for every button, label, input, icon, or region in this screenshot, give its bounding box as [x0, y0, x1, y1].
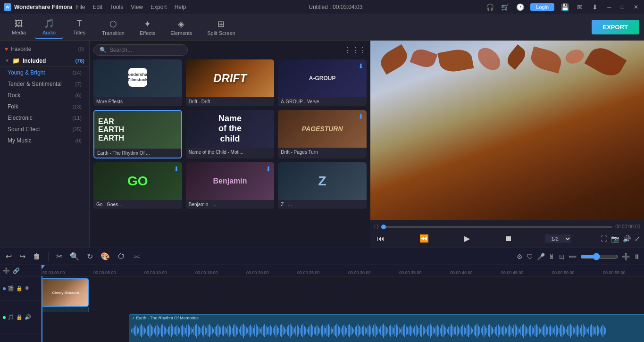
mic-icon[interactable]: 🎤: [537, 253, 545, 260]
prev-frame-button[interactable]: ⏪: [417, 233, 432, 244]
audio-lock-icon[interactable]: 🔒: [16, 314, 23, 320]
wave-bar: [574, 328, 575, 333]
menu-file[interactable]: File: [76, 4, 85, 10]
color-button[interactable]: 🎨: [99, 251, 112, 262]
zoom-slider[interactable]: [580, 253, 618, 260]
tab-elements[interactable]: ◈ Elements: [164, 16, 199, 39]
wave-bar: [485, 326, 486, 335]
headphone-icon[interactable]: 🎧: [485, 2, 494, 12]
search-input[interactable]: [109, 47, 182, 53]
split-button[interactable]: ⫘: [131, 251, 142, 262]
download-icon[interactable]: ⬇: [590, 2, 600, 12]
sidebar-item-sound-effect[interactable]: Sound Effect (25): [0, 124, 89, 135]
wave-bar: [567, 326, 568, 335]
grid-toggle-icon[interactable]: ⋮⋮⋮: [344, 46, 367, 55]
audio-card-more-effects[interactable]: WondershareFilmstock More Effects: [93, 59, 182, 106]
audio-track-icon: 🎵: [8, 314, 14, 320]
audio-mute-icon[interactable]: 🔊: [25, 314, 31, 320]
audio-adjust-icon[interactable]: 🎚: [549, 253, 555, 260]
audio-card-go[interactable]: ⬇ GO Go - Goes...: [93, 162, 182, 209]
tab-split-screen[interactable]: ⊞ Split Screen: [201, 16, 242, 39]
agroup-download-icon[interactable]: ⬇: [358, 62, 364, 70]
maximize-button[interactable]: □: [619, 4, 626, 10]
cut-button[interactable]: ✂: [54, 251, 64, 262]
pause-end-icon[interactable]: ⏸: [634, 253, 640, 260]
step-back-button[interactable]: ⏮: [374, 234, 387, 244]
wave-bar: [165, 327, 166, 334]
video-clip[interactable]: Cherry Blossom: [42, 278, 89, 307]
audio-clip[interactable]: ♪ Earth - The Rhythm Of Memories // Gene…: [129, 314, 644, 342]
sidebar-item-young-bright[interactable]: Young & Bright (14): [0, 67, 89, 78]
audio-note-icon: ♪: [132, 316, 134, 320]
ben-download-icon[interactable]: ⬇: [266, 165, 271, 173]
preview-time-end: 00:00:00:00: [615, 224, 640, 229]
close-button[interactable]: ✕: [632, 4, 640, 10]
audio-card-drift[interactable]: DRIFT Drift - Drift: [186, 59, 275, 106]
wave-bar: [295, 326, 296, 335]
save-icon[interactable]: 💾: [560, 2, 569, 12]
sidebar-item-rock[interactable]: Rock (6): [0, 90, 89, 101]
menu-help[interactable]: Help: [175, 4, 186, 10]
tab-audio[interactable]: 🎵 Audio: [35, 16, 63, 39]
sidebar-item-tender[interactable]: Tender & Sentimental (7): [0, 78, 89, 90]
minimize-button[interactable]: ─: [605, 4, 613, 10]
search-box[interactable]: 🔍: [93, 44, 188, 56]
audio-card-name-child[interactable]: Nameof thechild Name of the Child - Moti…: [186, 110, 275, 158]
volume-icon[interactable]: 🔊: [623, 235, 631, 242]
delete-button[interactable]: 🗑: [31, 251, 42, 262]
full-screen-icon[interactable]: ⛶: [601, 235, 607, 242]
video-lock-icon[interactable]: 🔒: [16, 285, 23, 292]
minus-icon[interactable]: ➖: [569, 253, 577, 260]
tab-effects[interactable]: ✦ Effects: [133, 16, 162, 39]
tab-transition[interactable]: ⬡ Transition: [95, 16, 131, 39]
audio-card-pages[interactable]: ⬇ PAGESTURN Drift - Pages Turn: [278, 110, 367, 158]
preview-progress-bar[interactable]: [381, 226, 612, 228]
sidebar-item-electronic[interactable]: Electronic (11): [0, 112, 89, 124]
shield-icon[interactable]: 🛡: [527, 253, 533, 260]
preview-right-icons: ⛶ 📷 🔊 ⤢: [601, 235, 640, 242]
menu-tools[interactable]: Tools: [110, 4, 123, 10]
rotate-button[interactable]: ↻: [85, 251, 95, 262]
speed-button[interactable]: ⏱: [116, 251, 127, 262]
page-selector[interactable]: 1/2 2/2: [545, 234, 571, 243]
caption-icon[interactable]: ⊡: [559, 253, 565, 260]
export-button[interactable]: EXPORT: [592, 20, 639, 34]
menu-export[interactable]: Export: [151, 4, 167, 10]
tab-titles[interactable]: T Titles: [65, 16, 93, 39]
snapshot-icon[interactable]: 📷: [611, 235, 619, 242]
audio-card-earth[interactable]: EAREARTHEARTH Earth - The Rhythm Of ...: [93, 110, 182, 158]
login-button[interactable]: Login: [530, 3, 554, 11]
sidebar-item-favorite[interactable]: ♥ Favorite (0): [0, 43, 89, 55]
sidebar-item-my-music[interactable]: My Music (0): [0, 135, 89, 146]
more-effects-label: More Effects: [93, 97, 182, 106]
stop-button[interactable]: ⏹: [502, 234, 515, 244]
clock-icon[interactable]: 🕐: [515, 2, 525, 12]
audio-card-agroup[interactable]: ⬇ A-GROUP A-GROUP - Verve: [278, 59, 367, 106]
settings-icon[interactable]: ⚙: [517, 253, 523, 260]
wave-bar: [585, 327, 586, 334]
play-button[interactable]: ▶: [461, 233, 473, 244]
go-download-icon[interactable]: ⬇: [174, 165, 179, 173]
plus-icon[interactable]: ➕: [622, 253, 630, 260]
audio-card-benjamin[interactable]: ⬇ Benjamin Benjamin - ...: [186, 162, 275, 209]
sidebar-item-folk[interactable]: Folk (13): [0, 101, 89, 112]
audio-card-z[interactable]: Z Z - ...: [278, 162, 367, 209]
redo-button[interactable]: ↪: [17, 251, 27, 262]
link-track-icon[interactable]: 🔗: [13, 267, 20, 274]
undo-button[interactable]: ↩: [4, 251, 14, 262]
sidebar-item-included[interactable]: ▼ 📁 Included (76): [0, 55, 89, 67]
menu-view[interactable]: View: [131, 4, 143, 10]
wave-bar: [413, 328, 414, 333]
cart-icon[interactable]: 🛒: [500, 2, 510, 12]
timeline: ↩ ↪ 🗑 ✂ 🔍 ↻ 🎨 ⏱ ⫘ ⚙ 🛡 🎤 🎚 ⊡ ➖ ➕ ⏸ ➕ 🔗: [0, 248, 644, 342]
zoom-in-button[interactable]: 🔍: [68, 251, 81, 262]
menu-edit[interactable]: Edit: [92, 4, 102, 10]
wave-bar: [443, 324, 443, 337]
expand-icon[interactable]: ⤢: [635, 235, 640, 242]
wave-bar: [530, 325, 531, 337]
add-track-icon[interactable]: ➕: [3, 267, 10, 274]
tab-media[interactable]: 🖼 Media: [5, 16, 33, 39]
email-icon[interactable]: ✉: [575, 2, 585, 12]
video-eye-icon[interactable]: 👁: [25, 285, 30, 292]
pages-download-icon[interactable]: ⬇: [358, 113, 364, 120]
